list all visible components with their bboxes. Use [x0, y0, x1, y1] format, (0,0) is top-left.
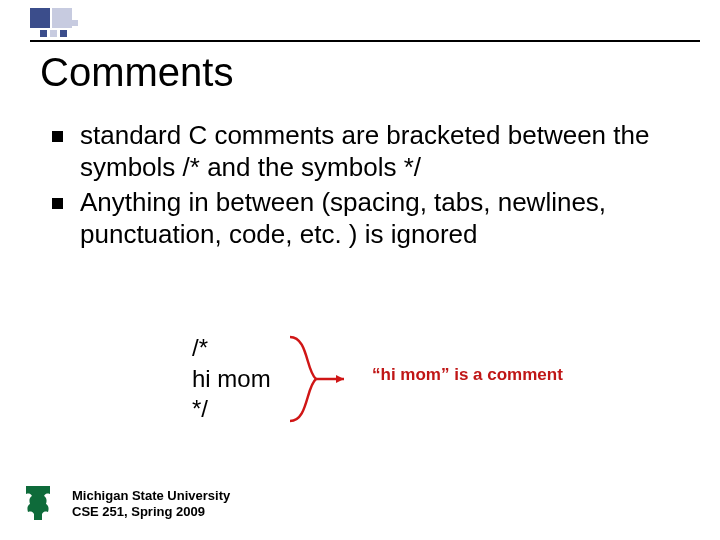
deco-mini-square: [60, 30, 67, 37]
footer-line: CSE 251, Spring 2009: [72, 504, 230, 520]
code-line: */: [192, 394, 271, 425]
code-example: /* hi mom */: [192, 333, 271, 425]
brace-annotation-icon: [286, 333, 346, 425]
code-line: hi mom: [192, 364, 271, 395]
bullet-item: Anything in between (spacing, tabs, newl…: [52, 187, 690, 250]
deco-square-light: [52, 8, 72, 28]
footer-line: Michigan State University: [72, 488, 230, 504]
slide-footer: Michigan State University CSE 251, Sprin…: [72, 488, 230, 521]
bullet-list: standard C comments are bracketed betwee…: [52, 120, 690, 255]
deco-square-dark: [30, 8, 50, 28]
slide-decoration: [0, 8, 720, 34]
annotation-text: “hi mom” is a comment: [372, 365, 563, 385]
horizontal-rule: [30, 40, 700, 42]
msu-logo-icon: [18, 482, 58, 522]
bullet-item: standard C comments are bracketed betwee…: [52, 120, 690, 183]
deco-mini-square: [40, 30, 47, 37]
deco-mini-square: [50, 30, 57, 37]
code-line: /*: [192, 333, 271, 364]
svg-marker-1: [336, 375, 344, 383]
slide-title: Comments: [40, 50, 233, 95]
deco-mini-square: [72, 20, 78, 26]
